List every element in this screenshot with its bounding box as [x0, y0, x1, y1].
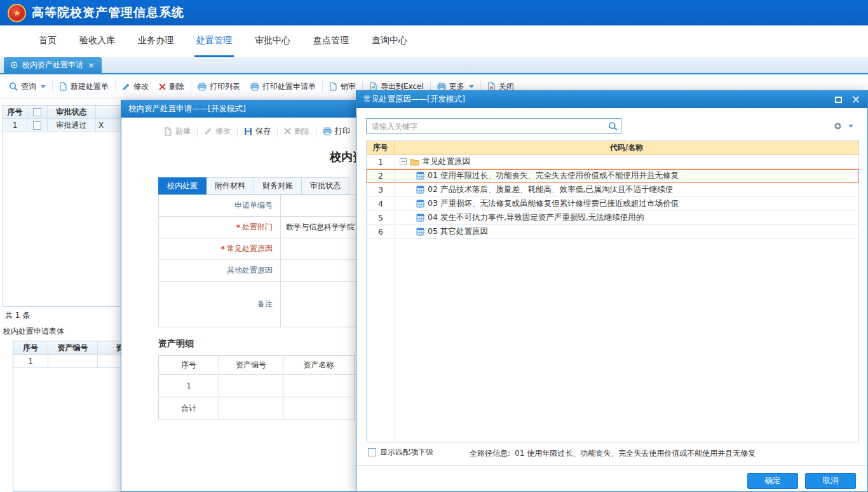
pencil-icon — [122, 83, 130, 91]
node-label: 05 其它处置原因 — [428, 226, 488, 237]
col-asset-no: 资产编号 — [48, 341, 98, 354]
col-code-name: 代码/名称 — [395, 141, 858, 154]
col-no: 序号 — [367, 141, 395, 154]
search-row — [366, 118, 861, 134]
tree-node[interactable]: 4 03 严重损坏、无法修复或虽能修复但累计修理费已接近或超过市场价值 — [367, 197, 858, 211]
toolbar-separator — [115, 81, 116, 92]
nav-item-business[interactable]: 业务办理 — [136, 25, 175, 57]
required-mark: * — [221, 245, 225, 254]
new-document-icon — [164, 127, 172, 136]
new-document-icon — [59, 82, 67, 91]
application-window: ★ 高等院校资产管理信息系统 首页 验收入库 业务办理 处置管理 审批中心 盘点… — [0, 0, 868, 492]
main-nav: 首页 验收入库 业务办理 处置管理 审批中心 盘点管理 查询中心 — [0, 25, 868, 57]
node-label: 04 发生不可抗力事件,导致固定资产严重损毁,无法继续使用的 — [428, 212, 644, 223]
other-reason-label: 其他处置原因 — [159, 260, 281, 281]
path-value: 01 使用年限过长、功能丧失、完全失去使用价值或不能使用并且无修复 — [515, 449, 756, 458]
delete-button[interactable]: 删除 — [278, 123, 315, 140]
query-button[interactable]: 查询 — [4, 78, 51, 95]
table-header-row: 序号 代码/名称 — [367, 141, 858, 155]
select-all-checkbox[interactable] — [33, 108, 41, 116]
tab-close-icon[interactable]: × — [88, 61, 95, 69]
required-mark: * — [236, 223, 240, 232]
remark-label: 备注 — [159, 282, 281, 327]
tree-node[interactable]: 3 02 产品技术落后、质量差、耗能高、效率低,已属淘汰且不适于继续使 — [367, 183, 858, 197]
toolbar-separator — [322, 81, 323, 92]
grid-item-icon — [416, 172, 424, 180]
cell-asset-name — [283, 397, 355, 419]
search-icon[interactable] — [608, 121, 618, 131]
cell-no: 1 — [13, 355, 48, 367]
tab-strip: 校内资产处置申请 × — [0, 57, 868, 74]
grid-item-icon — [416, 214, 424, 222]
ok-button[interactable]: 确定 — [747, 473, 798, 489]
save-button[interactable]: 保存 — [238, 123, 276, 140]
modify-button[interactable]: 修改 — [198, 123, 236, 140]
cell-checkbox — [27, 119, 48, 132]
pencil-icon — [204, 127, 212, 135]
show-children-checkbox[interactable] — [368, 448, 376, 456]
toolbar-separator — [237, 126, 238, 137]
chevron-down-icon — [469, 85, 474, 88]
star-glyph: ★ — [13, 8, 21, 18]
full-path-info: 全路径信息:01 使用年限过长、功能丧失、完全失去使用价值或不能使用并且无修复 — [470, 448, 756, 459]
cancel-button[interactable]: 取消 — [805, 473, 856, 489]
chevron-down-icon — [848, 125, 853, 128]
tab-attachments[interactable]: 附件材料 — [207, 177, 254, 195]
print-disposal-form-button[interactable]: 打印处置申请单 — [245, 78, 321, 95]
record-count-text: 共 1 条 — [5, 310, 30, 321]
delete-x-icon — [159, 83, 166, 90]
cell-no: 1 — [159, 375, 219, 397]
search-input[interactable] — [366, 118, 621, 134]
dialog-title: 校内资产处置申请——[开发模式] — [128, 104, 246, 114]
document-icon — [329, 82, 337, 91]
tab-label: 校内资产处置申请 — [22, 60, 83, 71]
nav-item-approval[interactable]: 审批中心 — [253, 25, 292, 57]
toolbar-separator — [316, 126, 316, 137]
print-button[interactable]: 打印 — [317, 123, 356, 140]
nav-item-acceptance[interactable]: 验收入库 — [78, 25, 117, 57]
nav-item-query-center[interactable]: 查询中心 — [370, 25, 409, 57]
tab-campus-asset-disposal[interactable]: 校内资产处置申请 × — [4, 57, 102, 73]
nav-item-inventory[interactable]: 盘点管理 — [311, 25, 351, 57]
node-label: 02 产品技术落后、质量差、耗能高、效率低,已属淘汰且不适于继续使 — [428, 184, 673, 195]
tab-campus-disposal[interactable]: 校内处置 — [158, 177, 207, 195]
new-button[interactable]: 新建 — [158, 123, 196, 140]
nav-item-home[interactable]: 首页 — [37, 25, 58, 57]
search-box — [366, 118, 621, 134]
new-disposal-button[interactable]: 新建处置单 — [54, 78, 114, 95]
tree-root-node[interactable]: 1 常见处置原因 — [367, 155, 858, 169]
col-no: 序号 — [159, 356, 219, 374]
toolbar-separator — [52, 81, 53, 92]
export-document-icon — [369, 82, 377, 91]
cell-no: 3 — [367, 183, 395, 196]
print-list-button[interactable]: 打印列表 — [193, 78, 245, 95]
cell-asset-no — [48, 355, 98, 367]
tree-node[interactable]: 5 04 发生不可抗力事件,导致固定资产严重损毁,无法继续使用的 — [367, 211, 858, 225]
path-label: 全路径信息: — [470, 449, 510, 458]
node-label: 03 严重损坏、无法修复或虽能修复但累计修理费已接近或超过市场价值 — [428, 198, 679, 209]
nav-item-disposal[interactable]: 处置管理 — [194, 25, 234, 57]
save-floppy-icon — [244, 127, 252, 135]
printer-icon — [198, 83, 207, 91]
maximize-icon[interactable] — [835, 97, 842, 103]
col-asset-name: 资产名称 — [283, 356, 355, 374]
tab-approval-status[interactable]: 审批状态 — [302, 177, 349, 195]
toolbar-separator — [197, 126, 198, 137]
grid-item-icon — [416, 186, 424, 194]
settings-button[interactable] — [831, 119, 856, 133]
cell-asset-no — [219, 375, 283, 397]
cell-no: 4 — [367, 197, 395, 210]
col-checkbox — [27, 106, 48, 118]
app-title: 高等院校资产管理信息系统 — [32, 4, 184, 21]
tree-node[interactable]: 6 05 其它处置原因 — [367, 225, 858, 239]
close-icon[interactable]: × — [851, 94, 860, 105]
tab-finance-check[interactable]: 财务对账 — [254, 177, 302, 195]
col-no: 序号 — [13, 341, 48, 354]
modify-button[interactable]: 修改 — [117, 78, 154, 95]
tree-node-selected[interactable]: 2 01 使用年限过长、功能丧失、完全失去使用价值或不能使用并且无修复 — [367, 169, 858, 183]
collapse-toggle-icon[interactable] — [400, 158, 407, 165]
col-asset-no: 资产编号 — [219, 356, 283, 374]
cell-total-label: 合计 — [159, 397, 219, 419]
delete-button[interactable]: 删除 — [154, 78, 189, 95]
row-checkbox[interactable] — [33, 121, 41, 130]
